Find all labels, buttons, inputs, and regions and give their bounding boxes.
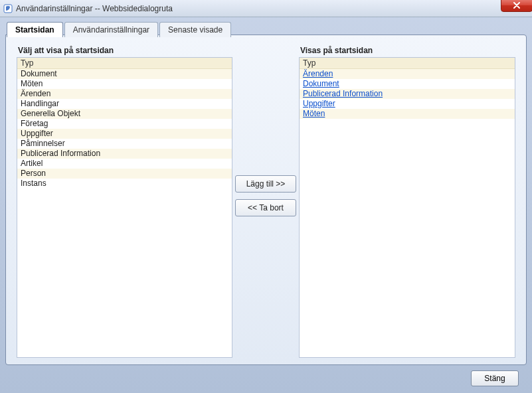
list-item[interactable]: Publicerad Information <box>17 149 232 159</box>
window-title: Användarinställningar -- Webbsidedialogr… <box>16 4 173 13</box>
selected-column-header: Typ <box>300 58 515 69</box>
titlebar: Användarinställningar -- Webbsidedialogr… <box>0 0 532 17</box>
tab-panel: Välj att visa på startsidan Typ Dokument… <box>5 35 527 365</box>
tab-senaste-visade[interactable]: Senaste visade <box>159 22 231 37</box>
list-item[interactable]: Möten <box>17 79 232 89</box>
list-item[interactable]: Publicerad Information <box>300 89 515 99</box>
tab-anvandarinstallningar[interactable]: Användarinställningar <box>64 22 158 37</box>
close-dialog-button[interactable]: Stäng <box>471 370 519 386</box>
available-list[interactable]: Typ DokumentMötenÄrendenHandlingarGenere… <box>17 57 232 358</box>
list-item[interactable]: Generella Objekt <box>17 109 232 119</box>
remove-button[interactable]: << Ta bort <box>235 199 296 216</box>
add-button[interactable]: Lägg till >> <box>235 175 296 193</box>
close-window-button[interactable] <box>501 0 532 12</box>
list-item[interactable]: Artikel <box>17 159 232 169</box>
tab-startsidan[interactable]: Startsidan <box>7 22 63 37</box>
app-icon <box>3 3 13 14</box>
selected-list[interactable]: Typ ÄrendenDokumentPublicerad Informatio… <box>299 57 515 358</box>
list-item[interactable]: Dokument <box>300 79 515 89</box>
list-item[interactable]: Företag <box>17 119 232 129</box>
list-item[interactable]: Handlingar <box>17 99 232 109</box>
available-column-header: Typ <box>17 58 232 69</box>
available-heading: Välj att visa på startsidan <box>17 46 232 55</box>
list-item[interactable]: Ärenden <box>300 69 515 79</box>
selected-heading: Visas på startsidan <box>299 46 515 55</box>
list-item[interactable]: Möten <box>300 109 515 119</box>
list-item[interactable]: Uppgifter <box>300 99 515 109</box>
list-item[interactable]: Uppgifter <box>17 129 232 139</box>
list-item[interactable]: Dokument <box>17 69 232 79</box>
list-item[interactable]: Påminnelser <box>17 139 232 149</box>
list-item[interactable]: Instans <box>17 179 232 189</box>
list-item[interactable]: Person <box>17 169 232 179</box>
tab-strip: Startsidan Användarinställningar Senaste… <box>7 21 231 37</box>
list-item[interactable]: Ärenden <box>17 89 232 99</box>
